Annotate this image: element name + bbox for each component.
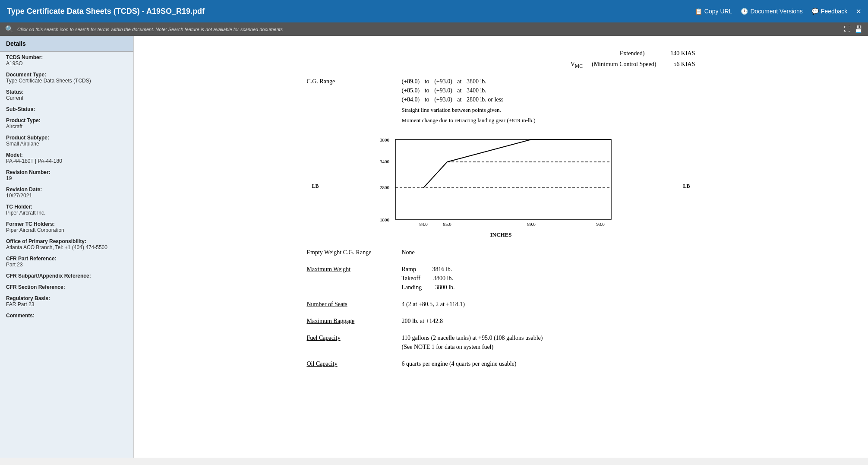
main-layout: Details TCDS Number: A19SODocument Type:… (0, 36, 868, 458)
svg-text:3400: 3400 (380, 159, 390, 164)
sidebar-field-label: Regulatory Basis: (6, 295, 127, 301)
sidebar-field: Regulatory Basis: FAR Part 23 (0, 293, 133, 310)
sidebar-field-value: Piper Aircraft Corporation (6, 227, 127, 233)
svg-text:3800: 3800 (380, 137, 390, 142)
cg-range-row-3: (+84.0) to (+93.0) at 2800 lb. or less (402, 95, 695, 104)
chart-y-label-right: LB (678, 182, 695, 190)
sidebar-field-value: Aircraft (6, 123, 127, 130)
search-icon[interactable]: 🔍 (5, 25, 14, 33)
maximum-baggage-section: Maximum Baggage 200 lb. at +142.8 (307, 316, 695, 326)
weight-landing: Landing 3800 lb. (402, 283, 695, 292)
sidebar-field: Comments: (0, 310, 133, 321)
maximum-baggage-label: Maximum Baggage (307, 316, 402, 326)
sidebar-field: Sub-Status: (0, 104, 133, 115)
number-of-seats-section: Number of Seats 4 (2 at +80.5, 2 at +118… (307, 300, 695, 309)
vmc-label: VMC (Minimum Control Speed) (571, 60, 657, 70)
feedback-button[interactable]: 💬 Feedback (811, 8, 847, 15)
sidebar-fields: TCDS Number: A19SODocument Type: Type Ce… (0, 52, 133, 321)
sidebar-field: Revision Date: 10/27/2021 (0, 184, 133, 201)
sidebar-field-label: TCDS Number: (6, 54, 127, 60)
search-hint: Click on this search icon to search for … (17, 27, 283, 32)
sidebar-field-label: Model: (6, 152, 127, 158)
sidebar-field: Document Type: Type Certificate Data She… (0, 69, 133, 86)
toolbar-right: ⛶ 💾 (844, 25, 863, 33)
svg-text:84.0: 84.0 (419, 221, 428, 227)
sidebar-field: CFR Subpart/Appendix Reference: (0, 270, 133, 282)
sidebar-field-label: CFR Subpart/Appendix Reference: (6, 273, 127, 279)
copy-icon: 📋 (695, 8, 702, 15)
sidebar-field-value: Atlanta ACO Branch, Tel: +1 (404) 474-55… (6, 244, 127, 250)
cg-range-section: C.G. Range (+89.0) to (+93.0) at 3800 lb… (307, 77, 695, 124)
sidebar-field-label: Comments: (6, 313, 127, 319)
weight-ramp: Ramp 3816 lb. (402, 265, 695, 274)
sidebar-field-label: Revision Date: (6, 187, 127, 193)
maximum-weight-section: Maximum Weight Ramp 3816 lb. Takeoff 380… (307, 265, 695, 292)
svg-text:89.0: 89.0 (527, 221, 536, 227)
document-viewer[interactable]: Extended) 140 KIAS VMC (Minimum Control … (134, 36, 868, 458)
cg-chart-container: LB 3800 3400 2800 1800 84.0 85.0 89.0 (307, 133, 695, 239)
cg-range-row-1: (+89.0) to (+93.0) at 3800 lb. (402, 77, 695, 86)
sidebar-field-label: Revision Number: (6, 169, 127, 175)
cg-range-label: C.G. Range (307, 77, 402, 86)
speed2-value: 56 KIAS (673, 60, 695, 70)
sidebar-field-value: FAR Part 23 (6, 301, 127, 307)
sidebar-field: TCDS Number: A19SO (0, 52, 133, 69)
sidebar-field-value: Part 23 (6, 262, 127, 268)
sidebar-field-value: 19 (6, 175, 127, 181)
empty-weight-cg-value: None (402, 248, 695, 257)
maximum-baggage-value: 200 lb. at +142.8 (402, 316, 695, 326)
chart-inner: 3800 3400 2800 1800 84.0 85.0 89.0 93.0 (324, 133, 678, 239)
sidebar-field-value: A19SO (6, 60, 127, 66)
copy-url-button[interactable]: 📋 Copy URL (695, 8, 732, 15)
cg-graph-svg: 3800 3400 2800 1800 84.0 85.0 89.0 93.0 (324, 133, 678, 228)
cg-range-row-2: (+85.0) to (+93.0) at 3400 lb. (402, 86, 695, 95)
download-icon[interactable]: 💾 (854, 25, 863, 33)
sidebar-field-value: PA-44-180T | PA-44-180 (6, 158, 127, 164)
weight-takeoff: Takeoff 3800 lb. (402, 274, 695, 283)
feedback-icon: 💬 (811, 8, 819, 15)
svg-text:1800: 1800 (380, 217, 390, 222)
sidebar-field-label: Product Type: (6, 117, 127, 123)
sidebar-field-label: Former TC Holders: (6, 221, 127, 227)
empty-weight-cg-label: Empty Weight C.G. Range (307, 248, 402, 257)
document-versions-button[interactable]: 🕐 Document Versions (741, 8, 802, 15)
oil-capacity-section: Oil Capacity 6 quarts per engine (4 quar… (307, 359, 695, 368)
svg-text:85.0: 85.0 (443, 221, 451, 227)
sidebar-field-label: CFR Section Reference: (6, 284, 127, 290)
sidebar-field-label: Status: (6, 89, 127, 95)
sidebar-field-value: Small Airplane (6, 141, 127, 147)
speed-extended: Extended) (620, 49, 645, 58)
speed1-value: 140 KIAS (670, 49, 695, 58)
sidebar-field-label: Sub-Status: (6, 106, 127, 112)
collapse-handle[interactable]: ‹ (133, 238, 134, 256)
expand-icon[interactable]: ⛶ (844, 25, 851, 33)
sidebar-header: Details (0, 36, 133, 52)
toolbar-left: 🔍 Click on this search icon to search fo… (5, 25, 283, 33)
oil-capacity-label: Oil Capacity (307, 359, 402, 368)
empty-weight-cg-section: Empty Weight C.G. Range None (307, 248, 695, 257)
speed-section: Extended) 140 KIAS VMC (Minimum Control … (307, 49, 695, 70)
sidebar-field: TC Holder: Piper Aircraft Inc. (0, 201, 133, 218)
fuel-capacity-value: 110 gallons (2 nacelle tanks) at +95.0 (… (402, 333, 695, 351)
sidebar-field-label: Document Type: (6, 72, 127, 78)
sidebar-field: Model: PA-44-180T | PA-44-180 (0, 149, 133, 167)
chart-y-label-left: LB (307, 182, 324, 190)
sidebar-field: Former TC Holders: Piper Aircraft Corpor… (0, 218, 133, 236)
sidebar-field-value: Piper Aircraft Inc. (6, 210, 127, 216)
versions-icon: 🕐 (741, 8, 748, 15)
fuel-capacity-label: Fuel Capacity (307, 333, 402, 342)
sidebar-field-label: Office of Primary Responsibility: (6, 238, 127, 244)
sidebar-field: Revision Number: 19 (0, 167, 133, 184)
oil-capacity-value: 6 quarts per engine (4 quarts per engine… (402, 359, 695, 368)
chart-x-label: INCHES (324, 231, 678, 239)
sidebar: Details TCDS Number: A19SODocument Type:… (0, 36, 134, 458)
document-content: Extended) 140 KIAS VMC (Minimum Control … (307, 49, 695, 368)
toolbar: 🔍 Click on this search icon to search fo… (0, 22, 868, 36)
sidebar-field: Product Type: Aircraft (0, 115, 133, 132)
cg-note-2: Moment change due to retracting landing … (402, 116, 695, 125)
sidebar-field: Product Subtype: Small Airplane (0, 132, 133, 149)
sidebar-field-label: CFR Part Reference: (6, 256, 127, 262)
close-button[interactable]: × (856, 6, 861, 16)
fuel-capacity-section: Fuel Capacity 110 gallons (2 nacelle tan… (307, 333, 695, 351)
svg-text:93.0: 93.0 (596, 221, 605, 227)
